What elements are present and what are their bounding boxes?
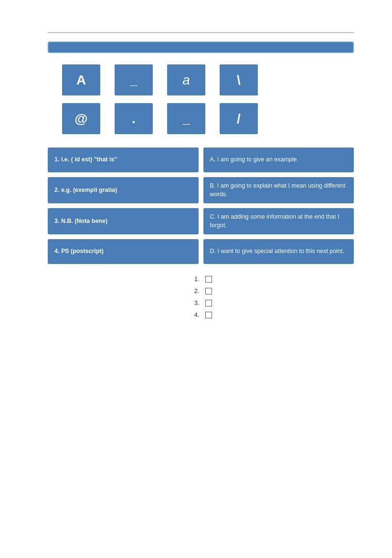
symbol-box: a xyxy=(167,64,205,95)
symbol-box: _ xyxy=(115,64,153,95)
right-match-item: C. I am adding some information at the e… xyxy=(203,208,354,234)
answer-item: 3. xyxy=(190,299,212,306)
answer-number: 1. xyxy=(190,275,200,283)
answer-checkbox[interactable] xyxy=(205,300,212,306)
symbol-box: / xyxy=(220,103,258,134)
answer-number: 3. xyxy=(190,299,200,306)
answer-checkbox[interactable] xyxy=(205,276,212,283)
symbols-grid: A_a\ @._/ xyxy=(62,64,354,134)
matching-grid: 1. i.e. ( id est) "that is"A. I am going… xyxy=(48,147,354,264)
answers-section: 1.2.3.4. xyxy=(48,275,354,323)
symbol-box: \ xyxy=(220,64,258,95)
answer-checkbox[interactable] xyxy=(205,288,212,295)
symbols-row-1: A_a\ xyxy=(62,64,354,95)
left-match-item: 3. N.B. (Nota bene) xyxy=(48,208,199,234)
right-match-item: D. I want to give special attention to t… xyxy=(203,239,354,264)
left-match-item: 1. i.e. ( id est) "that is" xyxy=(48,147,199,172)
symbol-box: . xyxy=(115,103,153,134)
answers-list: 1.2.3.4. xyxy=(190,275,212,323)
answer-checkbox[interactable] xyxy=(205,312,212,318)
title-divider xyxy=(48,32,354,33)
answer-item: 2. xyxy=(190,287,212,295)
answer-item: 4. xyxy=(190,311,212,318)
left-match-item: 2. e.g. (exempli gratia) xyxy=(48,177,199,203)
symbol-box: A xyxy=(62,64,100,95)
left-match-item: 4. PS (postscript) xyxy=(48,239,199,264)
answer-item: 1. xyxy=(190,275,212,283)
answer-number: 2. xyxy=(190,287,200,295)
symbol-box: @ xyxy=(62,103,100,134)
right-match-item: B. I am going to explain what I mean usi… xyxy=(203,177,354,203)
symbols-bar xyxy=(48,42,354,53)
symbols-row-2: @._/ xyxy=(62,103,354,134)
symbol-box: _ xyxy=(167,103,205,134)
answer-number: 4. xyxy=(190,311,200,318)
right-match-item: A. I am going to give an example. xyxy=(203,147,354,172)
